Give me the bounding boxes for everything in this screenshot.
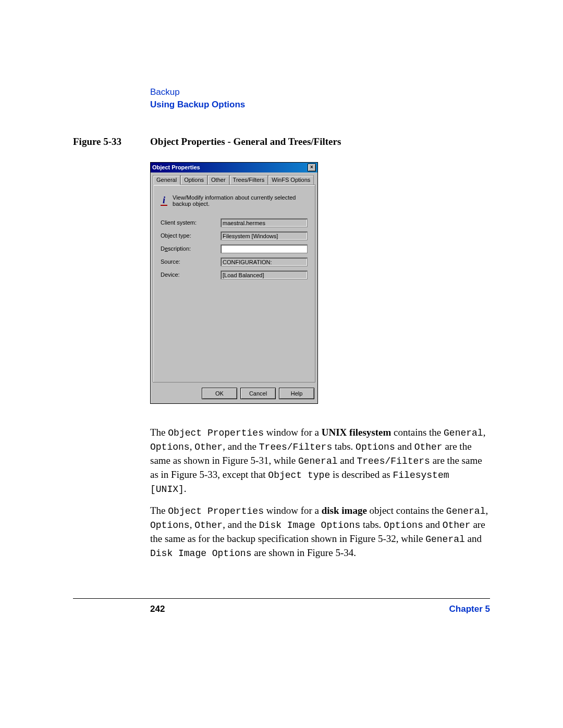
label-source: Source: <box>161 258 221 265</box>
breadcrumb-subsection: Using Backup Options <box>150 98 490 111</box>
tab-other[interactable]: Other <box>207 175 229 185</box>
info-text: View/Modify information about currently … <box>173 194 308 207</box>
chapter-label: Chapter 5 <box>449 604 490 614</box>
breadcrumb: Backup Using Backup Options <box>150 86 490 111</box>
field-description[interactable] <box>221 244 308 253</box>
paragraph-disk-image: The Object Properties window for a disk … <box>150 504 489 561</box>
field-object-type: Filesystem [Windows] <box>221 231 308 240</box>
info-icon: i <box>161 195 167 206</box>
tab-options[interactable]: Options <box>180 175 207 185</box>
tab-trees-filters[interactable]: Trees/Filters <box>229 175 268 185</box>
paragraph-unix: The Object Properties window for a UNIX … <box>150 426 489 497</box>
tab-general[interactable]: General <box>153 175 180 185</box>
dialog-title: Object Properties <box>152 164 200 170</box>
ok-button[interactable]: OK <box>202 388 237 399</box>
page-footer: 242 Chapter 5 <box>73 598 490 614</box>
field-client-system: maestral.hermes <box>221 218 308 227</box>
label-device: Device: <box>161 272 221 278</box>
field-source: CONFIGURATION: <box>221 257 308 266</box>
breadcrumb-section: Backup <box>150 86 490 98</box>
tab-panel-general: i View/Modify information about currentl… <box>153 184 315 382</box>
body-text: The Object Properties window for a UNIX … <box>150 426 489 561</box>
dialog-button-bar: OK Cancel Help <box>151 385 317 403</box>
cancel-button[interactable]: Cancel <box>240 388 276 399</box>
dialog-titlebar: Object Properties × <box>151 163 317 172</box>
object-properties-dialog: Object Properties × General Options Othe… <box>150 162 318 404</box>
help-button[interactable]: Help <box>279 388 314 399</box>
label-object-type: Object type: <box>161 232 221 239</box>
tab-strip: General Options Other Trees/Filters WinF… <box>151 172 317 184</box>
figure-label: Figure 5-33 <box>73 136 150 147</box>
label-client-system: Client system: <box>161 219 221 226</box>
figure-title: Object Properties - General and Trees/Fi… <box>150 136 341 147</box>
field-device: [Load Balanced] <box>221 270 308 279</box>
close-icon[interactable]: × <box>308 164 316 171</box>
label-description: Description: <box>161 245 221 252</box>
page-number: 242 <box>150 604 165 614</box>
tab-winfs-options[interactable]: WinFS Options <box>268 175 314 185</box>
